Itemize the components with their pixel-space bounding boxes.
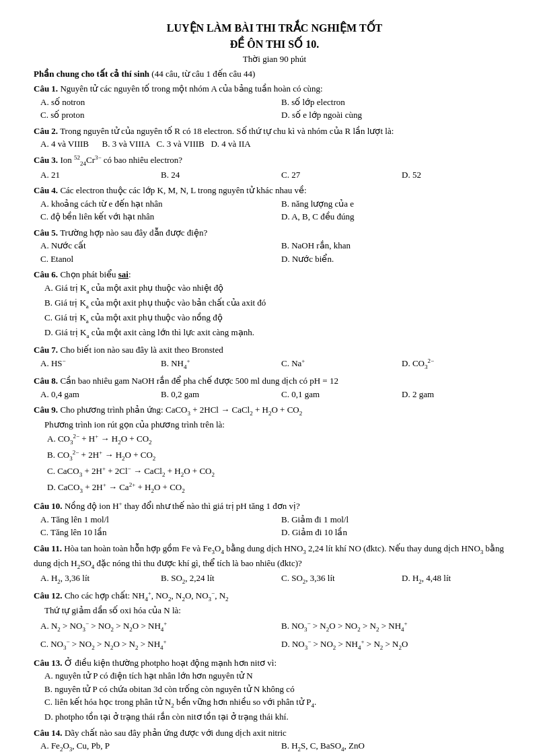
question-4: Câu 4. Các electron thuộc các lớp K, M, … bbox=[34, 184, 515, 224]
subtitle: Thời gian 90 phút bbox=[34, 54, 515, 65]
question-8: Câu 8. Cần bao nhiêu gam NaOH rắn để pha… bbox=[34, 374, 515, 401]
question-7: Câu 7. Cho biết ion nào sau đây là axit … bbox=[34, 343, 515, 372]
question-11: Câu 11. Hòa tan hoàn toàn hỗn hợp gồm Fe… bbox=[34, 542, 515, 586]
page-title: LUYỆN LÀM BÀI THI TRẮC NGHIỆM TỐT ĐỀ ÔN … bbox=[34, 20, 515, 53]
question-5: Câu 5. Trường hợp nào sau đây dẫn được đ… bbox=[34, 226, 515, 266]
section-intro: Phần chung cho tất cả thí sinh (44 câu, … bbox=[34, 69, 515, 79]
question-13: Câu 13. Ở điều kiện thường photpho hoạt … bbox=[34, 656, 515, 724]
question-6: Câu 6. Chọn phát biểu sai: A. Giá trị Ka… bbox=[34, 268, 515, 341]
question-3: Câu 3. Ion 5224Cr3− có bao nhiêu electro… bbox=[34, 153, 515, 182]
question-9: Câu 9. Cho phương trình phản ứng: CaCO3 … bbox=[34, 403, 515, 496]
question-14: Câu 14. Dãy chất nào sau đây phản ứng đư… bbox=[34, 726, 515, 756]
question-1: Câu 1. Nguyên tử các nguyên tố trong một… bbox=[34, 82, 515, 122]
question-12: Câu 12. Cho các hợp chất: NH4+, NO2, N2O… bbox=[34, 589, 515, 654]
question-2: Câu 2. Trong nguyên tử của nguyên tố R c… bbox=[34, 125, 515, 151]
question-10: Câu 10. Nồng độ ion H+ thay đổi như thế … bbox=[34, 500, 515, 539]
